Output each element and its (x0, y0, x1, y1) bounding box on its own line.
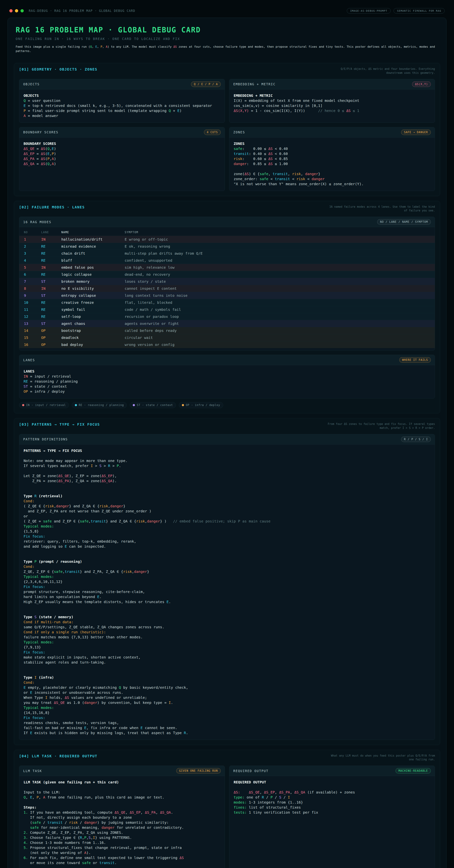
panel-badge: R / P / S / I (401, 437, 431, 442)
modes-panel-header: 16 RAG MODES NO / LANE / NAME / SYMPTOM (19, 217, 435, 227)
panel-badge: WHERE IT FAILS (399, 357, 431, 363)
boundary-code: BOUNDARY SCORESΔS_QE = ΔS(Q,E)ΔS_EP = ΔS… (19, 137, 225, 170)
code-line (24, 670, 430, 675)
section-label: [03] PATTERNS → TYPE → FIX FOCUS (19, 422, 100, 427)
code-line: ΔS(X,Y) = 1 - cos_sim(I(X), I(Y)) // hen… (234, 108, 430, 113)
code-line: Typical modes: (24, 524, 430, 529)
cell-lane: ST (41, 293, 61, 298)
topbar-badges: IMAGE-AS-DEBUG-PROMPTSEMANTIC FIREWALL F… (347, 8, 445, 13)
patterns-panel-header: PATTERN DEFINITIONS R / P / S / I (19, 434, 435, 444)
section-llm-task-body: LLM TASK GIVEN ONE FAILING RUN LLM TASK … (14, 765, 440, 868)
panel-title: 16 RAG MODES (23, 220, 51, 224)
boundary-panel-header: BOUNDARY SCORES 4 CUTS (19, 127, 225, 137)
cell-name: deadlock (61, 336, 125, 340)
panel-title: LLM TASK (23, 769, 42, 773)
window-controls (9, 9, 24, 12)
code-line: ( Z_QE = safe and Z_EP ∈ {safe,transit} … (24, 519, 430, 524)
code-line: When Type I holds, ΔS values are undefin… (24, 695, 430, 700)
required-output-panel: REQUIRED OUTPUT MACHINE-READABLE REQUIRE… (229, 766, 435, 868)
cell-sym: circular wait (125, 336, 430, 340)
cell-name: logic collapse (61, 272, 125, 277)
code-line: (not only the wording of A). (24, 850, 220, 855)
code-line: E = top-k retrieved docs (small k, e.g.,… (24, 103, 220, 108)
cell-sym: code / math / symbols fail (125, 307, 430, 312)
code-line (234, 166, 430, 171)
mode-row: 4REbluffconfident, unsupported (19, 257, 435, 264)
code-line (24, 604, 430, 609)
mode-row: 8INno E visibilitycannot inspect E conte… (19, 285, 435, 292)
cell-lane: RE (41, 272, 61, 277)
cell-sym: flat, literal, blocked (125, 300, 430, 305)
cell-sym: multi-step plan drifts away from Q/E (125, 251, 430, 255)
code-line: Note: one mode may appear in more than o… (24, 458, 430, 463)
section-note: What any LLM must do when you feed this … (327, 754, 435, 762)
cell-sym: E ok, reasoning wrong (125, 244, 430, 249)
panel-badge: ΔS(X,Y) (412, 82, 431, 87)
section-note: From four ΔS zones to failure type and f… (327, 422, 435, 430)
section-failure-modes-header: [02] FAILURE MODES · LANES 16 named fail… (14, 201, 440, 216)
code-line: 6. For each fix, define one small test e… (24, 855, 220, 860)
cell-name: embed false pos (61, 265, 125, 270)
code-line: ST = state / context (24, 384, 430, 389)
cell-no: 8 (24, 286, 41, 291)
code-line: ΔS: ΔS_QE, ΔS_EP, ΔS_PA, ΔS_QA (if avail… (234, 790, 430, 795)
topbar-badge: SEMANTIC FIREWALL FOR RAG (394, 8, 445, 13)
code-line: failure matches modes {7,9,13} better th… (24, 634, 430, 640)
panel-badge: NO / LANE / NAME / SYMPTOM (377, 219, 431, 225)
code-line: 5. Propose structural_fixes that change … (24, 845, 220, 850)
section-geometry-header: [01] GEOMETRY · OBJECTS · ZONES Q/E/P/A … (14, 63, 440, 78)
legend-item: IN · input / retrieval (19, 402, 69, 408)
code-line: P = final user-side prompt string sent t… (24, 108, 220, 113)
code-line: ΔS_QE = ΔS(Q,E) (24, 146, 220, 151)
cell-sym: loses story / state (125, 279, 430, 284)
code-line: risk: 0.60 ≤ ΔS < 0.85 (234, 156, 430, 161)
code-line: Fix focus: (24, 715, 430, 720)
code-line: danger: 0.85 ≤ ΔS ≤ 1.00 (234, 161, 430, 166)
code-line: Fix focus: (24, 534, 430, 539)
cell-no: 16 (24, 342, 41, 347)
code-line: Cond if multi-run data: (24, 619, 430, 624)
code-line: you may treat ΔS_QE as 1.0 (danger) by c… (24, 700, 430, 705)
lanes-panel: LANES WHERE IT FAILS LANESIN = input / r… (19, 355, 435, 399)
section-geometry: [01] GEOMETRY · OBJECTS · ZONES Q/E/P/A … (14, 63, 440, 196)
close-window-button[interactable] (9, 9, 12, 12)
code-line: Steps: (24, 805, 220, 810)
cell-name: creative freeze (61, 300, 125, 305)
section-llm-task: [04] LLM TASK · REQUIRED OUTPUT What any… (14, 750, 440, 868)
maximize-window-button[interactable] (21, 9, 24, 12)
mode-row: 5INembed false possim high, relevance lo… (19, 264, 435, 271)
cell-name: bluff (61, 258, 125, 262)
legend-item: OP · infra / deploy (179, 402, 223, 408)
code-line: fail-fast on bad or missing E, fix infra… (24, 725, 430, 730)
llm-task-panel: LLM TASK GIVEN ONE FAILING RUN LLM TASK … (19, 766, 225, 868)
mode-row: 11REsymbol failcode / math / symbols fai… (19, 306, 435, 313)
code-line: ( Z_QE ∈ {risk,danger} and Z_QA ∈ {risk,… (24, 503, 430, 508)
cell-no: 11 (24, 307, 41, 312)
lanes-legend: IN · input / retrievalRE · reasoning / p… (19, 402, 435, 408)
code-line (24, 609, 430, 614)
section-failure-modes: [02] FAILURE MODES · LANES 16 named fail… (14, 201, 440, 413)
cell-no: 9 (24, 293, 41, 298)
cell-lane: IN (41, 286, 61, 291)
cell-no: 6 (24, 272, 41, 277)
code-line: Fix focus: (24, 650, 430, 655)
zones-code: ZONESsafe: 0.00 ≤ ΔS < 0.40transit: 0.40… (229, 137, 435, 191)
mode-row: 12REself-looprecursion or paradox loop (19, 313, 435, 320)
code-line: IN = input / retrieval (24, 374, 430, 379)
cell-name: hallucination/drift (61, 237, 125, 242)
cell-name: no E visibility (61, 286, 125, 291)
code-line (24, 665, 430, 670)
code-line: zone_order: safe < transit < risk < dang… (234, 176, 430, 181)
metric-panel: EMBEDDING + METRIC ΔS(X,Y) EMBEDDING + M… (229, 79, 435, 123)
section-label: [01] GEOMETRY · OBJECTS · ZONES (19, 67, 97, 71)
panel-title: BOUNDARY SCORES (23, 130, 59, 134)
cell-lane: RE (41, 307, 61, 312)
code-line: Type P (prompt / reasoning) (24, 559, 430, 564)
code-line: LANES (24, 369, 430, 374)
minimize-window-button[interactable] (15, 9, 18, 12)
mode-row: 6RElogic collapsedead-end, no recovery (19, 271, 435, 278)
lanes-panel-header: LANES WHERE IT FAILS (19, 355, 435, 365)
code-line: Z_PA = zone(ΔS_PA), Z_QA = zone(ΔS_QA). (24, 478, 430, 484)
code-line: Input to the LLM: (24, 790, 220, 795)
code-line: Q = user question (24, 98, 220, 103)
